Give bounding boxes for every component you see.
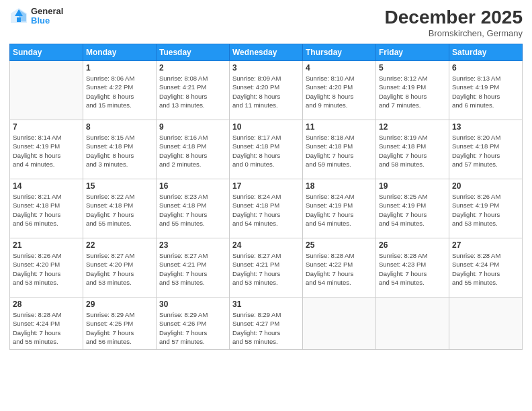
table-row: 17Sunrise: 8:24 AM Sunset: 4:18 PM Dayli… [230, 179, 303, 238]
day-number: 3 [232, 63, 300, 73]
day-info: Sunrise: 8:09 AM Sunset: 4:20 PM Dayligh… [232, 74, 300, 109]
day-number: 27 [452, 240, 519, 250]
logo-blue-text: Blue [31, 16, 63, 26]
calendar-week-row: 14Sunrise: 8:21 AM Sunset: 4:18 PM Dayli… [10, 179, 523, 238]
table-row: 27Sunrise: 8:28 AM Sunset: 4:24 PM Dayli… [449, 238, 523, 298]
table-row: 1Sunrise: 8:06 AM Sunset: 4:22 PM Daylig… [83, 61, 157, 120]
day-info: Sunrise: 8:28 AM Sunset: 4:22 PM Dayligh… [306, 251, 373, 287]
table-row: 19Sunrise: 8:25 AM Sunset: 4:19 PM Dayli… [376, 179, 449, 238]
table-row: 14Sunrise: 8:21 AM Sunset: 4:18 PM Dayli… [10, 179, 83, 238]
day-info: Sunrise: 8:25 AM Sunset: 4:19 PM Dayligh… [379, 192, 446, 228]
header-thursday: Thursday [303, 44, 376, 61]
table-row: 13Sunrise: 8:20 AM Sunset: 4:18 PM Dayli… [449, 120, 523, 179]
day-number: 12 [379, 122, 446, 132]
day-info: Sunrise: 8:15 AM Sunset: 4:18 PM Dayligh… [86, 133, 153, 169]
table-row: 29Sunrise: 8:29 AM Sunset: 4:25 PM Dayli… [83, 298, 157, 350]
table-row: 20Sunrise: 8:26 AM Sunset: 4:19 PM Dayli… [449, 179, 523, 238]
table-row: 22Sunrise: 8:27 AM Sunset: 4:20 PM Dayli… [83, 238, 157, 298]
day-info: Sunrise: 8:19 AM Sunset: 4:18 PM Dayligh… [379, 133, 446, 169]
day-number: 21 [13, 240, 80, 250]
day-info: Sunrise: 8:20 AM Sunset: 4:18 PM Dayligh… [452, 133, 519, 169]
calendar-week-row: 7Sunrise: 8:14 AM Sunset: 4:19 PM Daylig… [10, 120, 523, 179]
day-number: 28 [13, 300, 80, 309]
table-row: 12Sunrise: 8:19 AM Sunset: 4:18 PM Dayli… [376, 120, 449, 179]
table-row: 23Sunrise: 8:27 AM Sunset: 4:21 PM Dayli… [157, 238, 230, 298]
header-wednesday: Wednesday [230, 44, 303, 61]
logo-text: General Blue [31, 7, 63, 26]
day-info: Sunrise: 8:27 AM Sunset: 4:21 PM Dayligh… [159, 251, 226, 287]
day-info: Sunrise: 8:08 AM Sunset: 4:21 PM Dayligh… [159, 74, 226, 109]
table-row: 11Sunrise: 8:18 AM Sunset: 4:18 PM Dayli… [303, 120, 376, 179]
day-number: 1 [86, 63, 153, 73]
table-row: 4Sunrise: 8:10 AM Sunset: 4:20 PM Daylig… [303, 61, 376, 120]
table-row [303, 298, 376, 350]
table-row: 15Sunrise: 8:22 AM Sunset: 4:18 PM Dayli… [83, 179, 157, 238]
day-number: 7 [13, 122, 80, 132]
title-block: December 2025 Bromskirchen, Germany [385, 7, 523, 38]
day-info: Sunrise: 8:27 AM Sunset: 4:21 PM Dayligh… [232, 251, 300, 287]
day-number: 11 [306, 122, 373, 132]
table-row: 26Sunrise: 8:28 AM Sunset: 4:23 PM Dayli… [376, 238, 449, 298]
day-info: Sunrise: 8:23 AM Sunset: 4:18 PM Dayligh… [159, 192, 226, 228]
day-info: Sunrise: 8:10 AM Sunset: 4:20 PM Dayligh… [306, 74, 373, 109]
day-number: 9 [159, 122, 226, 132]
day-number: 19 [379, 181, 446, 191]
day-number: 25 [306, 240, 373, 250]
day-info: Sunrise: 8:28 AM Sunset: 4:24 PM Dayligh… [13, 310, 80, 346]
table-row [449, 298, 523, 350]
day-number: 13 [452, 122, 519, 132]
day-info: Sunrise: 8:27 AM Sunset: 4:20 PM Dayligh… [86, 251, 153, 287]
day-info: Sunrise: 8:24 AM Sunset: 4:19 PM Dayligh… [306, 192, 373, 228]
header-sunday: Sunday [10, 44, 83, 61]
day-number: 8 [86, 122, 153, 132]
day-number: 14 [13, 181, 80, 191]
day-number: 6 [452, 63, 519, 73]
day-number: 2 [159, 63, 226, 73]
day-info: Sunrise: 8:22 AM Sunset: 4:18 PM Dayligh… [86, 192, 153, 228]
table-row: 9Sunrise: 8:16 AM Sunset: 4:18 PM Daylig… [157, 120, 230, 179]
header: General Blue December 2025 Bromskirchen,… [9, 7, 523, 38]
day-number: 18 [306, 181, 373, 191]
calendar-week-row: 28Sunrise: 8:28 AM Sunset: 4:24 PM Dayli… [10, 298, 523, 350]
table-row: 24Sunrise: 8:27 AM Sunset: 4:21 PM Dayli… [230, 238, 303, 298]
table-row: 8Sunrise: 8:15 AM Sunset: 4:18 PM Daylig… [83, 120, 157, 179]
table-row: 10Sunrise: 8:17 AM Sunset: 4:18 PM Dayli… [230, 120, 303, 179]
header-saturday: Saturday [449, 44, 523, 61]
day-info: Sunrise: 8:12 AM Sunset: 4:19 PM Dayligh… [379, 74, 446, 109]
logo: General Blue [9, 7, 63, 26]
table-row: 25Sunrise: 8:28 AM Sunset: 4:22 PM Dayli… [303, 238, 376, 298]
logo-icon [9, 7, 28, 26]
table-row: 31Sunrise: 8:29 AM Sunset: 4:27 PM Dayli… [230, 298, 303, 350]
table-row: 6Sunrise: 8:13 AM Sunset: 4:19 PM Daylig… [449, 61, 523, 120]
day-number: 30 [159, 300, 226, 309]
day-info: Sunrise: 8:26 AM Sunset: 4:20 PM Dayligh… [13, 251, 80, 287]
day-number: 29 [86, 300, 153, 309]
day-info: Sunrise: 8:28 AM Sunset: 4:24 PM Dayligh… [452, 251, 519, 287]
calendar-subtitle: Bromskirchen, Germany [385, 28, 523, 38]
page: General Blue December 2025 Bromskirchen,… [0, 0, 532, 411]
table-row: 30Sunrise: 8:29 AM Sunset: 4:26 PM Dayli… [157, 298, 230, 350]
table-row [10, 61, 83, 120]
header-monday: Monday [83, 44, 157, 61]
svg-rect-3 [17, 17, 21, 22]
day-info: Sunrise: 8:24 AM Sunset: 4:18 PM Dayligh… [232, 192, 300, 228]
header-tuesday: Tuesday [157, 44, 230, 61]
day-number: 5 [379, 63, 446, 73]
table-row: 3Sunrise: 8:09 AM Sunset: 4:20 PM Daylig… [230, 61, 303, 120]
table-row: 21Sunrise: 8:26 AM Sunset: 4:20 PM Dayli… [10, 238, 83, 298]
header-friday: Friday [376, 44, 449, 61]
day-info: Sunrise: 8:17 AM Sunset: 4:18 PM Dayligh… [232, 133, 300, 169]
day-info: Sunrise: 8:13 AM Sunset: 4:19 PM Dayligh… [452, 74, 519, 109]
table-row: 28Sunrise: 8:28 AM Sunset: 4:24 PM Dayli… [10, 298, 83, 350]
calendar-week-row: 1Sunrise: 8:06 AM Sunset: 4:22 PM Daylig… [10, 61, 523, 120]
day-number: 4 [306, 63, 373, 73]
weekday-header-row: Sunday Monday Tuesday Wednesday Thursday… [10, 44, 523, 61]
day-number: 26 [379, 240, 446, 250]
day-info: Sunrise: 8:06 AM Sunset: 4:22 PM Dayligh… [86, 74, 153, 109]
day-number: 24 [232, 240, 300, 250]
calendar-week-row: 21Sunrise: 8:26 AM Sunset: 4:20 PM Dayli… [10, 238, 523, 298]
table-row: 5Sunrise: 8:12 AM Sunset: 4:19 PM Daylig… [376, 61, 449, 120]
day-number: 20 [452, 181, 519, 191]
day-info: Sunrise: 8:29 AM Sunset: 4:27 PM Dayligh… [232, 310, 300, 346]
table-row: 2Sunrise: 8:08 AM Sunset: 4:21 PM Daylig… [157, 61, 230, 120]
